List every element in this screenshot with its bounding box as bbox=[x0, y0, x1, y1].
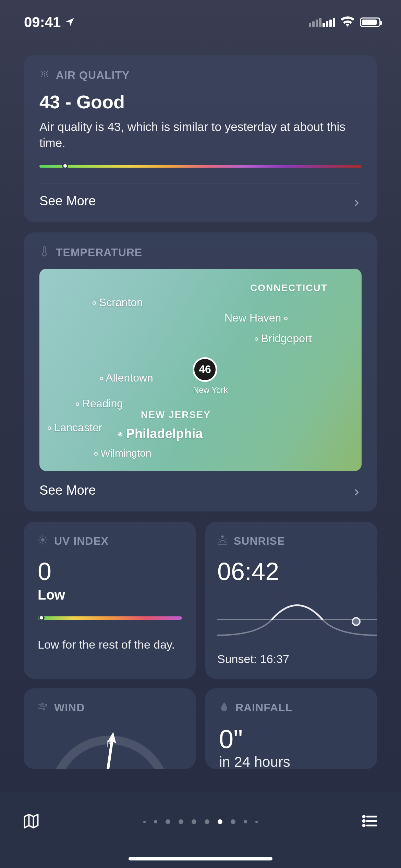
air-quality-icon bbox=[39, 69, 50, 82]
page-dot[interactable] bbox=[192, 819, 196, 824]
svg-point-8 bbox=[47, 71, 48, 72]
map-city-label: Wilmington bbox=[94, 447, 151, 459]
sunrise-title: SUNRISE bbox=[234, 535, 285, 547]
svg-point-2 bbox=[46, 72, 47, 73]
status-time: 09:41 bbox=[24, 14, 75, 31]
map-city-label: Scranton bbox=[93, 296, 143, 309]
page-dot[interactable] bbox=[255, 821, 258, 823]
rainfall-header: RAINFALL bbox=[219, 701, 363, 714]
uv-scale bbox=[38, 616, 182, 620]
rainfall-sub: in 24 hours bbox=[219, 754, 363, 769]
wifi-icon bbox=[341, 16, 354, 28]
uv-marker bbox=[38, 615, 45, 621]
uv-description: Low for the rest of the day. bbox=[38, 637, 182, 653]
divider bbox=[39, 183, 362, 183]
svg-point-5 bbox=[44, 71, 45, 72]
page-dot[interactable] bbox=[179, 819, 183, 824]
location-arrow-icon bbox=[65, 14, 75, 31]
page-dot[interactable] bbox=[143, 821, 146, 823]
sunrise-card[interactable]: SUNRISE 06:42 Sunset: 16:37 bbox=[205, 522, 377, 679]
rainfall-value: 0" bbox=[219, 724, 363, 754]
svg-line-15 bbox=[45, 542, 46, 543]
page-dot[interactable] bbox=[231, 819, 235, 824]
sunset-label: Sunset: 16:37 bbox=[217, 652, 377, 666]
map-pin-label: New York bbox=[193, 385, 228, 395]
svg-point-3 bbox=[42, 74, 43, 75]
page-indicator[interactable] bbox=[143, 819, 258, 824]
sun-path-chart bbox=[217, 587, 377, 646]
map-state-label: CONNECTICUT bbox=[250, 282, 328, 293]
list-button[interactable] bbox=[361, 812, 379, 831]
svg-point-4 bbox=[46, 74, 47, 75]
wind-header: WIND bbox=[38, 701, 182, 714]
chevron-right-icon bbox=[352, 485, 362, 495]
see-more-label: See More bbox=[39, 194, 96, 208]
sunrise-icon bbox=[217, 535, 228, 548]
svg-line-18 bbox=[40, 542, 40, 543]
map-city-label: Philadelphia bbox=[118, 426, 203, 441]
status-icons bbox=[309, 16, 380, 28]
temperature-header: TEMPERATURE bbox=[39, 246, 362, 259]
temperature-title: TEMPERATURE bbox=[56, 246, 142, 259]
map-city-label: Bridgeport bbox=[255, 332, 312, 345]
svg-point-10 bbox=[47, 76, 48, 77]
svg-point-11 bbox=[41, 538, 45, 542]
raindrop-icon bbox=[219, 701, 229, 714]
thermometer-icon bbox=[39, 246, 50, 259]
air-quality-scale bbox=[39, 165, 362, 168]
sunrise-header: SUNRISE bbox=[217, 535, 377, 548]
map-city-label: New Haven bbox=[224, 312, 288, 324]
page-dot[interactable] bbox=[218, 819, 222, 824]
map-button[interactable] bbox=[22, 812, 40, 831]
map-pin: 46 bbox=[193, 357, 217, 382]
air-quality-header: AIR QUALITY bbox=[39, 69, 362, 82]
svg-point-7 bbox=[41, 71, 42, 72]
map-city-label: Allentown bbox=[100, 372, 153, 384]
page-dot[interactable] bbox=[166, 819, 170, 824]
wind-card[interactable]: WIND N bbox=[24, 688, 196, 769]
battery-icon bbox=[360, 17, 380, 27]
bottom-toolbar bbox=[0, 793, 401, 868]
uv-title: UV INDEX bbox=[54, 535, 109, 547]
air-quality-title: AIR QUALITY bbox=[56, 69, 130, 82]
svg-point-33 bbox=[363, 816, 365, 817]
svg-point-9 bbox=[41, 76, 42, 77]
svg-line-24 bbox=[225, 539, 226, 540]
sunrise-value: 06:42 bbox=[217, 557, 377, 586]
svg-point-35 bbox=[363, 824, 365, 826]
temperature-see-more[interactable]: See More bbox=[39, 483, 362, 498]
air-quality-card[interactable]: AIR QUALITY 43 - Good Air quality is 43,… bbox=[24, 55, 377, 222]
svg-point-1 bbox=[42, 72, 43, 73]
air-quality-description: Air quality is 43, which is similar to y… bbox=[39, 119, 362, 151]
map-city-label: Lancaster bbox=[48, 421, 102, 434]
air-quality-value: 43 - Good bbox=[39, 91, 362, 112]
sun-position-marker bbox=[352, 617, 361, 626]
uv-label: Low bbox=[38, 587, 182, 603]
temperature-card[interactable]: TEMPERATURE 46 New York CONNECTICUTNEW J… bbox=[24, 232, 377, 511]
svg-point-34 bbox=[363, 820, 365, 822]
see-more-label: See More bbox=[39, 483, 96, 498]
air-quality-see-more[interactable]: See More bbox=[39, 194, 362, 208]
time-text: 09:41 bbox=[24, 14, 61, 31]
svg-point-0 bbox=[44, 73, 45, 74]
rainfall-card[interactable]: RAINFALL 0" in 24 hours bbox=[205, 688, 377, 769]
wind-compass: N bbox=[38, 724, 182, 769]
rainfall-title: RAINFALL bbox=[235, 701, 292, 714]
svg-point-6 bbox=[44, 75, 45, 76]
map-city-label: Reading bbox=[76, 397, 123, 410]
home-indicator[interactable] bbox=[129, 857, 272, 860]
uv-header: UV INDEX bbox=[38, 535, 182, 548]
temperature-map[interactable]: 46 New York CONNECTICUTNEW JERSEY Scrant… bbox=[39, 269, 362, 471]
map-state-label: NEW JERSEY bbox=[141, 409, 211, 420]
svg-line-21 bbox=[219, 539, 220, 540]
svg-line-19 bbox=[45, 537, 46, 538]
page-dot[interactable] bbox=[154, 820, 157, 823]
svg-marker-27 bbox=[25, 815, 38, 828]
uv-index-card[interactable]: UV INDEX 0 Low Low for the rest of the d… bbox=[24, 522, 196, 679]
air-quality-marker bbox=[62, 163, 68, 169]
page-dot[interactable] bbox=[205, 819, 209, 824]
svg-line-14 bbox=[40, 537, 40, 538]
page-dot[interactable] bbox=[244, 820, 247, 823]
uv-value: 0 bbox=[38, 557, 182, 586]
status-bar: 09:41 bbox=[0, 0, 401, 41]
